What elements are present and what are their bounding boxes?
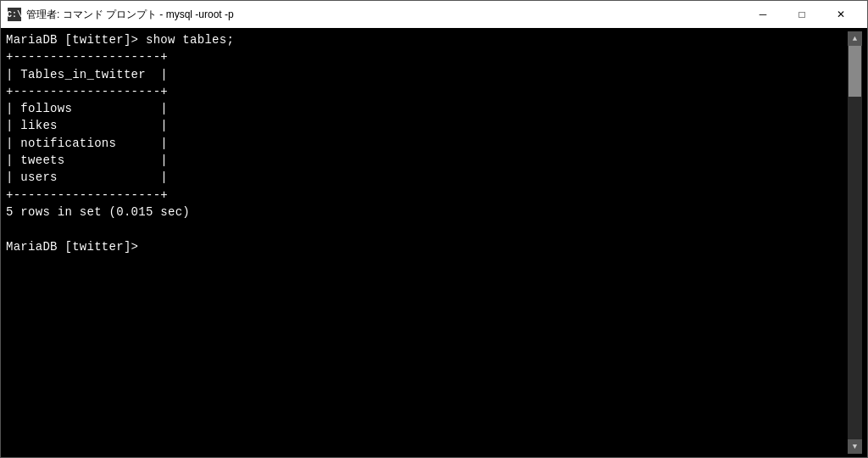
window: C:\ 管理者: コマンド プロンプト - mysql -uroot -p ─ … bbox=[0, 0, 868, 458]
titlebar-controls: ─ □ ✕ bbox=[743, 1, 860, 28]
terminal-content: MariaDB [twitter]> show tables; +-------… bbox=[6, 31, 848, 454]
titlebar-left: C:\ 管理者: コマンド プロンプト - mysql -uroot -p bbox=[8, 8, 234, 22]
scrollbar[interactable]: ▲ ▼ bbox=[848, 31, 862, 454]
window-title: 管理者: コマンド プロンプト - mysql -uroot -p bbox=[26, 8, 234, 22]
titlebar: C:\ 管理者: コマンド プロンプト - mysql -uroot -p ─ … bbox=[1, 1, 867, 28]
close-button[interactable]: ✕ bbox=[821, 1, 860, 28]
scrollbar-thumb[interactable] bbox=[849, 46, 861, 97]
cmd-icon: C:\ bbox=[8, 8, 21, 21]
terminal-body[interactable]: MariaDB [twitter]> show tables; +-------… bbox=[1, 28, 867, 457]
maximize-button[interactable]: □ bbox=[782, 1, 821, 28]
scrollbar-track bbox=[848, 46, 862, 439]
minimize-button[interactable]: ─ bbox=[743, 1, 782, 28]
scroll-up-arrow[interactable]: ▲ bbox=[848, 31, 862, 46]
scroll-down-arrow[interactable]: ▼ bbox=[848, 439, 862, 454]
